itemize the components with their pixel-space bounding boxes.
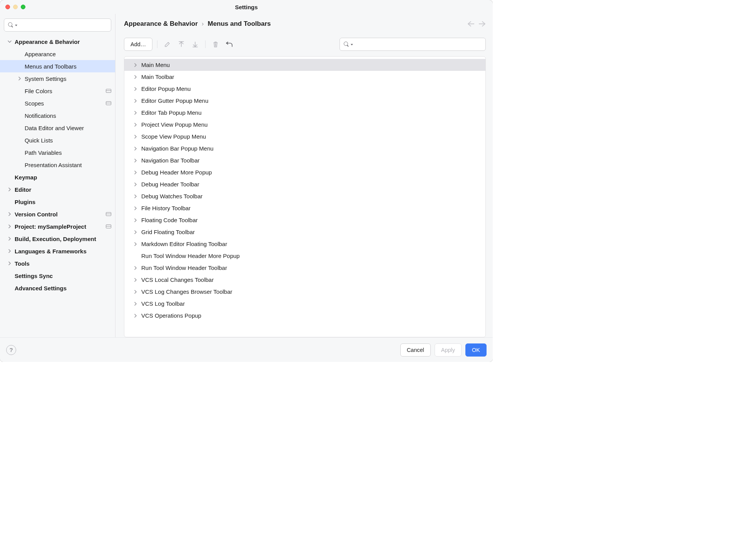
chevron-right-icon bbox=[134, 206, 139, 210]
menu-tree-row[interactable]: Navigation Bar Toolbar bbox=[124, 154, 485, 166]
add-button[interactable]: Add… bbox=[124, 38, 152, 51]
menu-tree-row-label: Debug Header More Popup bbox=[141, 169, 212, 176]
sidebar-item[interactable]: Path Variables bbox=[0, 146, 115, 159]
breadcrumb: Appearance & Behavior › Menus and Toolba… bbox=[124, 20, 486, 28]
sidebar-item[interactable]: Appearance bbox=[0, 48, 115, 60]
sidebar-item-label: Tools bbox=[15, 260, 111, 267]
chevron-right-icon bbox=[134, 147, 139, 151]
sidebar-item[interactable]: Appearance & Behavior bbox=[0, 35, 115, 48]
menu-tree-row[interactable]: Main Menu bbox=[124, 59, 485, 71]
settings-content: Appearance & Behavior › Menus and Toolba… bbox=[115, 14, 493, 337]
menu-tree-row-label: Editor Popup Menu bbox=[141, 85, 191, 92]
menu-tree-row-label: Navigation Bar Popup Menu bbox=[141, 145, 214, 152]
menu-tree-row[interactable]: Debug Header Toolbar bbox=[124, 178, 485, 190]
undo-icon[interactable] bbox=[224, 39, 235, 50]
sidebar-item-label: Keymap bbox=[15, 174, 111, 181]
sidebar-search-input[interactable] bbox=[19, 22, 107, 29]
chevron-right-icon bbox=[134, 290, 139, 294]
menu-tree-row[interactable]: Markdown Editor Floating Toolbar bbox=[124, 238, 485, 250]
sidebar-item[interactable]: System Settings bbox=[0, 72, 115, 85]
sidebar-item-label: Appearance bbox=[25, 51, 111, 57]
chevron-right-icon bbox=[134, 75, 139, 79]
search-icon bbox=[8, 22, 13, 28]
content-toolbar: Add… bbox=[124, 38, 486, 51]
sidebar-item[interactable]: File Colors bbox=[0, 85, 115, 97]
cancel-button[interactable]: Cancel bbox=[400, 343, 431, 357]
sidebar-item[interactable]: Settings Sync bbox=[0, 270, 115, 282]
menu-tree-row-label: Main Toolbar bbox=[141, 74, 174, 80]
sidebar-item[interactable]: Data Editor and Viewer bbox=[0, 122, 115, 134]
nav-forward-icon[interactable] bbox=[479, 21, 486, 27]
breadcrumb-root: Appearance & Behavior bbox=[124, 20, 198, 28]
sidebar-item[interactable]: Project: mySampleProject bbox=[0, 220, 115, 233]
chevron-right-icon bbox=[8, 224, 15, 228]
sidebar-item-label: System Settings bbox=[25, 75, 111, 82]
menu-tree-row[interactable]: Debug Header More Popup bbox=[124, 166, 485, 178]
chevron-right-icon bbox=[134, 171, 139, 174]
content-search[interactable] bbox=[340, 38, 486, 51]
menu-tree-row[interactable]: Editor Popup Menu bbox=[124, 83, 485, 95]
sidebar-item[interactable]: Editor bbox=[0, 183, 115, 196]
menu-tree-row-label: VCS Local Changes Toolbar bbox=[141, 276, 214, 283]
apply-button[interactable]: Apply bbox=[435, 343, 462, 357]
content-search-input[interactable] bbox=[355, 41, 482, 48]
sidebar-item[interactable]: Presentation Assistant bbox=[0, 159, 115, 171]
sidebar-item-label: Editor bbox=[15, 186, 111, 193]
sidebar-item-label: Advanced Settings bbox=[15, 285, 111, 291]
chevron-right-icon bbox=[8, 212, 15, 216]
sidebar-item[interactable]: Menus and Toolbars bbox=[0, 60, 115, 72]
help-button[interactable]: ? bbox=[6, 345, 16, 355]
menu-tree-row[interactable]: VCS Operations Popup bbox=[124, 310, 485, 322]
sidebar-item-label: Quick Lists bbox=[25, 137, 111, 144]
sidebar-item-label: Appearance & Behavior bbox=[15, 39, 111, 45]
nav-back-icon[interactable] bbox=[467, 21, 474, 27]
sidebar-item[interactable]: Build, Execution, Deployment bbox=[0, 233, 115, 245]
menu-tree-row-label: VCS Log Toolbar bbox=[141, 300, 185, 307]
menu-tree-row[interactable]: Project View Popup Menu bbox=[124, 119, 485, 131]
titlebar: Settings bbox=[0, 0, 493, 14]
menu-tree-row[interactable]: Debug Watches Toolbar bbox=[124, 190, 485, 202]
menu-tree-list: Main MenuMain ToolbarEditor Popup MenuEd… bbox=[124, 56, 486, 337]
sidebar-item[interactable]: Quick Lists bbox=[0, 134, 115, 146]
sidebar-item[interactable]: Keymap bbox=[0, 171, 115, 183]
project-badge-icon bbox=[106, 212, 111, 216]
sidebar-item[interactable]: Languages & Frameworks bbox=[0, 245, 115, 257]
sidebar-item[interactable]: Version Control bbox=[0, 208, 115, 220]
chevron-right-icon bbox=[8, 237, 15, 241]
menu-tree-row[interactable]: Navigation Bar Popup Menu bbox=[124, 142, 485, 154]
menu-tree-row[interactable]: Run Tool Window Header More Popup bbox=[124, 250, 485, 262]
menu-tree-row-label: Editor Gutter Popup Menu bbox=[141, 97, 208, 104]
sidebar-item[interactable]: Notifications bbox=[0, 109, 115, 122]
sidebar-item[interactable]: Tools bbox=[0, 257, 115, 270]
menu-tree-row[interactable]: Editor Gutter Popup Menu bbox=[124, 95, 485, 107]
menu-tree-row[interactable]: Editor Tab Popup Menu bbox=[124, 107, 485, 119]
menu-tree-row[interactable]: Grid Floating Toolbar bbox=[124, 226, 485, 238]
sidebar-item[interactable]: Scopes bbox=[0, 97, 115, 109]
menu-tree-row-label: VCS Log Changes Browser Toolbar bbox=[141, 288, 232, 295]
ok-button[interactable]: OK bbox=[465, 343, 487, 357]
settings-sidebar: Appearance & BehaviorAppearanceMenus and… bbox=[0, 14, 115, 337]
sidebar-search[interactable] bbox=[4, 18, 111, 32]
menu-tree-row-label: Main Menu bbox=[141, 62, 170, 68]
menu-tree-row[interactable]: VCS Local Changes Toolbar bbox=[124, 274, 485, 286]
chevron-right-icon bbox=[8, 261, 15, 265]
menu-tree-row[interactable]: VCS Log Toolbar bbox=[124, 298, 485, 310]
menu-tree-row[interactable]: VCS Log Changes Browser Toolbar bbox=[124, 286, 485, 298]
divider bbox=[205, 40, 206, 48]
sidebar-item[interactable]: Advanced Settings bbox=[0, 282, 115, 294]
menu-tree-row[interactable]: Floating Code Toolbar bbox=[124, 214, 485, 226]
menu-tree-row[interactable]: File History Toolbar bbox=[124, 202, 485, 214]
menu-tree-row[interactable]: Scope View Popup Menu bbox=[124, 131, 485, 142]
move-up-icon[interactable] bbox=[176, 39, 187, 50]
breadcrumb-leaf: Menus and Toolbars bbox=[207, 20, 271, 28]
sidebar-item[interactable]: Plugins bbox=[0, 196, 115, 208]
chevron-right-icon bbox=[134, 314, 139, 318]
project-badge-icon bbox=[106, 224, 111, 228]
menu-tree-row-label: Run Tool Window Header Toolbar bbox=[141, 265, 227, 271]
move-down-icon[interactable] bbox=[190, 39, 201, 50]
edit-icon[interactable] bbox=[162, 39, 173, 50]
menu-tree-row[interactable]: Run Tool Window Header Toolbar bbox=[124, 262, 485, 274]
trash-icon[interactable] bbox=[210, 39, 221, 50]
menu-tree-row-label: Floating Code Toolbar bbox=[141, 217, 197, 223]
menu-tree-row[interactable]: Main Toolbar bbox=[124, 71, 485, 83]
